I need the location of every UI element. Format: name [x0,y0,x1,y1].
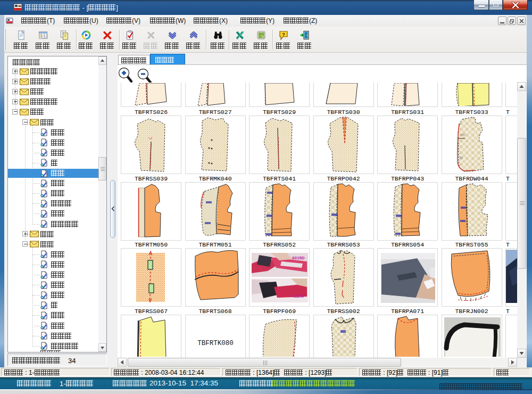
svg-text:105: 105 [460,133,465,136]
svg-text:50: 50 [460,156,463,159]
svg-text:VL2#A: VL2#A [292,294,304,298]
svg-text:TBFRTK080: TBFRTK080 [197,340,234,347]
svg-text:?: ? [282,31,285,37]
svg-text:6015D: 6015D [292,256,305,260]
